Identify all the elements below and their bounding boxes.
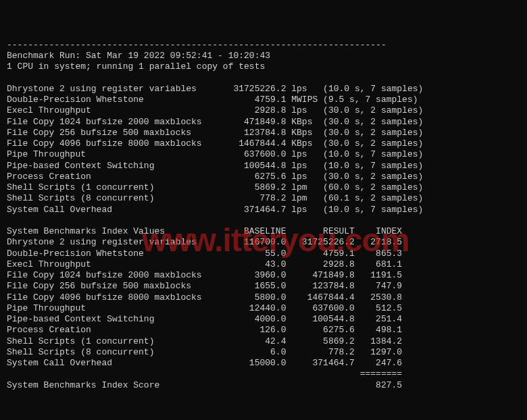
cpu-info: 1 CPU in system; running 1 parallel copy…	[7, 61, 265, 72]
index-header: System Benchmarks Index Values BASELINE …	[7, 226, 402, 236]
index-results-block: Dhrystone 2 using register variables 116…	[7, 237, 402, 368]
separator-line: ----------------------------------------…	[7, 40, 386, 50]
run-header: Benchmark Run: Sat Mar 19 2022 09:52:41 …	[7, 51, 270, 61]
index-separator: ========	[7, 369, 402, 379]
terminal-output: www.itteryou.com -----------------------…	[7, 18, 520, 420]
index-score-line: System Benchmarks Index Score 827.5	[7, 380, 402, 390]
raw-results-block: Dhrystone 2 using register variables 317…	[7, 84, 423, 215]
